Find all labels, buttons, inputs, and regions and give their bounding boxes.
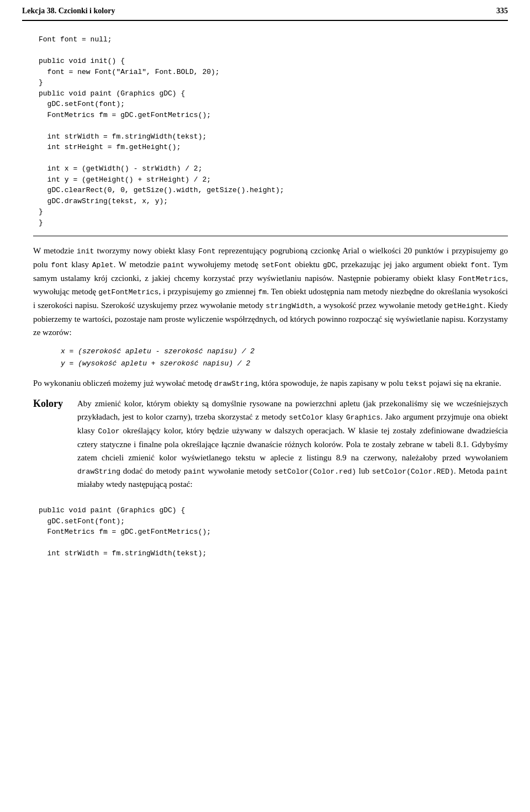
inline-code-setfont: setFont [262, 261, 292, 269]
code-line: int strHeight = fm.getHeight(); [39, 142, 508, 153]
code-line: public void paint (Graphics gDC) { [39, 505, 508, 516]
inline-code-graphics: Graphics [346, 413, 380, 422]
code-line [39, 45, 508, 56]
inline-code-setcolor-red2: setColor(Color.RED) [372, 468, 454, 476]
inline-code-fontmetrics: FontMetrics [458, 275, 506, 283]
inline-code-init: init [77, 247, 94, 256]
inline-code-tekst: tekst [405, 380, 427, 388]
formula-2: y = (wysokość apletu + szerokość napisu)… [61, 358, 508, 370]
page-header: Lekcja 38. Czcionki i kolory 335 [0, 0, 530, 20]
page-number: 335 [496, 7, 508, 15]
inline-code-stringwidth: stringWidth [266, 302, 313, 310]
code-line: int x = (getWidth() - strWidth) / 2; [39, 163, 508, 174]
inline-code-getheight: getHeight [444, 302, 483, 310]
content-area: Font font = null; public void init() { f… [0, 21, 530, 578]
code-line: } [39, 206, 508, 217]
code-line: gDC.setFont(font); [39, 516, 508, 527]
code-line [39, 153, 508, 164]
code-line: font = new Font("Arial", Font.BOLD, 20); [39, 67, 508, 78]
kolory-paragraph: Aby zmienić kolor, którym obiekty są dom… [77, 397, 508, 491]
code-line [39, 538, 508, 549]
inline-code-fm: fm [258, 288, 267, 296]
inline-code-drawstring: drawString [214, 380, 257, 388]
code-line: public void paint (Graphics gDC) { [39, 88, 508, 99]
inline-code-color: Color [98, 427, 120, 436]
inline-code-drawstring2: drawString [77, 468, 120, 476]
kolory-label: Kolory [33, 398, 77, 497]
inline-code-paint3: paint [486, 468, 508, 476]
code-line: int y = (getHeight() + strHeight) / 2; [39, 174, 508, 185]
code-block-2: public void paint (Graphics gDC) { gDC.s… [33, 505, 508, 559]
inline-code-getfontmetrics: getFontMetrics [98, 288, 158, 296]
formula-block: x = (szerokość apletu - szerokość napisu… [61, 346, 508, 370]
code-line: FontMetrics fm = gDC.getFontMetrics(); [39, 110, 508, 121]
code-line: gDC.setFont(font); [39, 99, 508, 110]
divider-1 [33, 236, 508, 236]
code-line: int strWidth = fm.stringWidth(tekst); [39, 131, 508, 142]
code-block-1: Font font = null; public void init() { f… [33, 34, 508, 228]
inline-code-setcolor: setColor [289, 413, 323, 422]
code-line: FontMetrics fm = gDC.getFontMetrics(); [39, 527, 508, 538]
inline-code-font: Font [198, 247, 215, 256]
inline-code-aplet: Aplet [92, 261, 114, 269]
page-container: Lekcja 38. Czcionki i kolory 335 Font fo… [0, 0, 530, 812]
code-line: gDC.drawString(tekst, x, y); [39, 196, 508, 207]
code-line [39, 120, 508, 131]
kolory-row: Kolory Aby zmienić kolor, którym obiekty… [33, 397, 508, 497]
inline-code-gdc: gDC [323, 261, 336, 269]
inline-code-font3: font [470, 261, 487, 269]
code-line: public void init() { [39, 56, 508, 67]
inline-code-font2: font [51, 261, 68, 269]
code-line: gDC.clearRect(0, 0, getSize().width, get… [39, 185, 508, 196]
header-title: Lekcja 38. Czcionki i kolory [22, 7, 115, 15]
code-line: int strWidth = fm.stringWidth(tekst); [39, 548, 508, 559]
kolory-text-col: Aby zmienić kolor, którym obiekty są dom… [77, 397, 508, 497]
code-line: } [39, 217, 508, 229]
paragraph-1: W metodzie init tworzymy nowy obiekt kla… [33, 244, 508, 339]
inline-code-setcolor-red: setColor(Color.red) [274, 468, 356, 476]
code-line: } [39, 77, 508, 88]
inline-code-paint: paint [163, 261, 184, 269]
formula-1: x = (szerokość apletu - szerokość napisu… [61, 346, 508, 358]
kolory-section: Kolory Aby zmienić kolor, którym obiekty… [33, 397, 508, 497]
inline-code-paint2: paint [184, 468, 205, 476]
paragraph-2: Po wykonaniu obliczeń możemy już wywołać… [33, 376, 508, 390]
code-line: Font font = null; [39, 34, 508, 45]
